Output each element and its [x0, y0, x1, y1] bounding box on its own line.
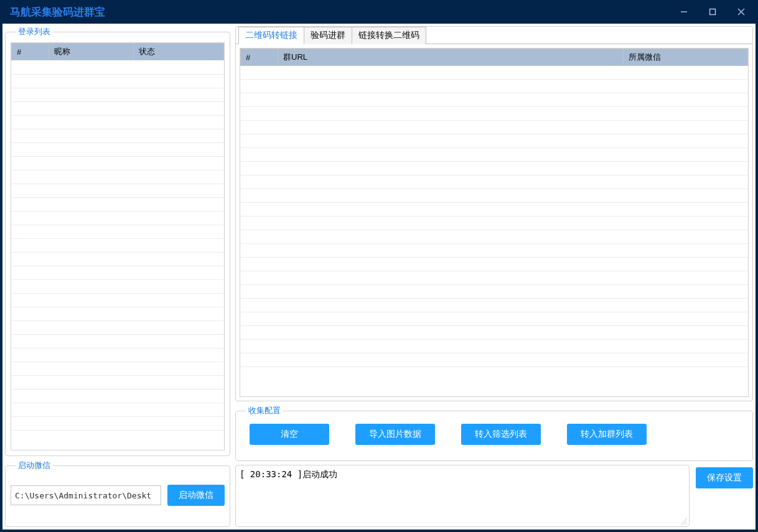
svg-rect-1: [710, 9, 716, 15]
app-title: 马航采集验码进群宝: [10, 5, 105, 19]
login-col-nick[interactable]: 昵称: [49, 44, 134, 60]
close-button[interactable]: [727, 2, 756, 22]
url-col-url[interactable]: 群URL: [278, 49, 624, 66]
maximize-button[interactable]: [698, 2, 727, 22]
start-wechat-title: 启动微信: [16, 460, 53, 471]
minimize-button[interactable]: [670, 2, 698, 22]
tab-body: # 群URL 所属微信: [236, 44, 752, 401]
login-list-title: 登录列表: [16, 26, 53, 37]
left-column: 登录列表 # 昵称 状态: [5, 26, 230, 527]
log-output[interactable]: [ 20:33:24 ]启动成功: [235, 465, 690, 527]
log-line: [ 20:33:24 ]启动成功: [240, 469, 337, 479]
wechat-path-input[interactable]: [11, 485, 161, 505]
tab-verify-join[interactable]: 验码进群: [304, 27, 352, 44]
collect-config-title: 收集配置: [246, 405, 283, 416]
right-column: 二维码转链接 验码进群 链接转换二维码 # 群URL 所属微信: [235, 26, 753, 527]
start-wechat-group: 启动微信 启动微信: [5, 460, 230, 527]
save-settings-button[interactable]: 保存设置: [696, 467, 753, 488]
url-col-wx[interactable]: 所属微信: [624, 49, 748, 66]
tab-qr-to-link[interactable]: 二维码转链接: [238, 27, 304, 44]
client-area: 登录列表 # 昵称 状态: [2, 24, 756, 530]
login-col-status[interactable]: 状态: [134, 44, 224, 60]
tab-bar: 二维码转链接 验码进群 链接转换二维码: [238, 26, 752, 44]
resize-grip-icon: [679, 516, 688, 525]
login-col-num[interactable]: #: [12, 44, 49, 60]
login-list-group: 登录列表 # 昵称 状态: [5, 26, 230, 456]
start-wechat-button[interactable]: 启动微信: [167, 485, 225, 506]
login-table[interactable]: # 昵称 状态: [11, 42, 225, 450]
clear-button[interactable]: 清空: [250, 424, 329, 445]
tabs-panel: 二维码转链接 验码进群 链接转换二维码 # 群URL 所属微信: [235, 26, 753, 401]
tab-link-to-qr[interactable]: 链接转换二维码: [352, 27, 426, 44]
import-images-button[interactable]: 导入图片数据: [355, 424, 435, 445]
to-join-list-button[interactable]: 转入加群列表: [567, 424, 647, 445]
log-row: [ 20:33:24 ]启动成功 保存设置: [235, 465, 753, 527]
url-col-num[interactable]: #: [241, 49, 278, 66]
title-bar: 马航采集验码进群宝: [0, 0, 758, 24]
titlebar-controls: [670, 2, 756, 22]
url-table[interactable]: # 群URL 所属微信: [240, 48, 749, 397]
collect-config-group: 收集配置 清空 导入图片数据 转入筛选列表 转入加群列表: [235, 405, 753, 461]
to-filter-list-button[interactable]: 转入筛选列表: [461, 424, 541, 445]
svg-line-6: [686, 523, 687, 525]
